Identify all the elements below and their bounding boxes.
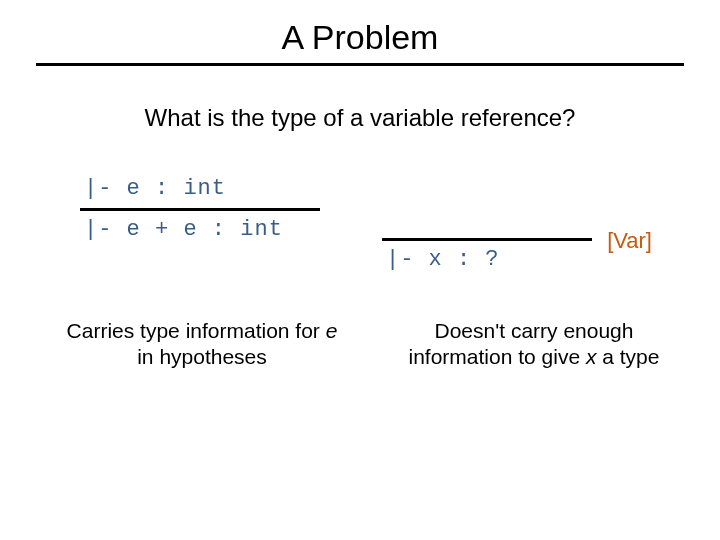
left-premise: |- e : int — [80, 176, 320, 206]
right-inference-line — [382, 238, 592, 241]
right-conclusion: |- x : ? — [382, 247, 592, 272]
title-underline — [36, 63, 684, 66]
right-caption-post: a type — [596, 345, 659, 368]
left-rule-column: |- e : int |- e + e : int — [80, 176, 372, 272]
right-premise — [382, 206, 592, 236]
captions-row: Carries type information for e in hypoth… — [0, 318, 720, 371]
left-caption-pre: Carries type information for — [67, 319, 326, 342]
right-caption: Doesn't carry enough information to give… — [368, 318, 680, 371]
var-rule-label: [Var] — [607, 228, 652, 254]
right-rule-column: |- x : ? [Var] — [372, 176, 660, 272]
left-caption-em: e — [326, 319, 338, 342]
left-caption: Carries type information for e in hypoth… — [56, 318, 368, 371]
left-conclusion: |- e + e : int — [80, 217, 320, 242]
slide-title: A Problem — [0, 18, 720, 57]
inference-rules: |- e : int |- e + e : int |- x : ? [Var] — [0, 176, 720, 272]
addition-rule: |- e : int |- e + e : int — [80, 176, 320, 242]
right-caption-em: x — [586, 345, 597, 368]
left-inference-line — [80, 208, 320, 211]
var-rule: |- x : ? [Var] — [382, 206, 592, 272]
left-caption-post: in hypotheses — [137, 345, 267, 368]
slide-subtitle: What is the type of a variable reference… — [0, 104, 720, 132]
